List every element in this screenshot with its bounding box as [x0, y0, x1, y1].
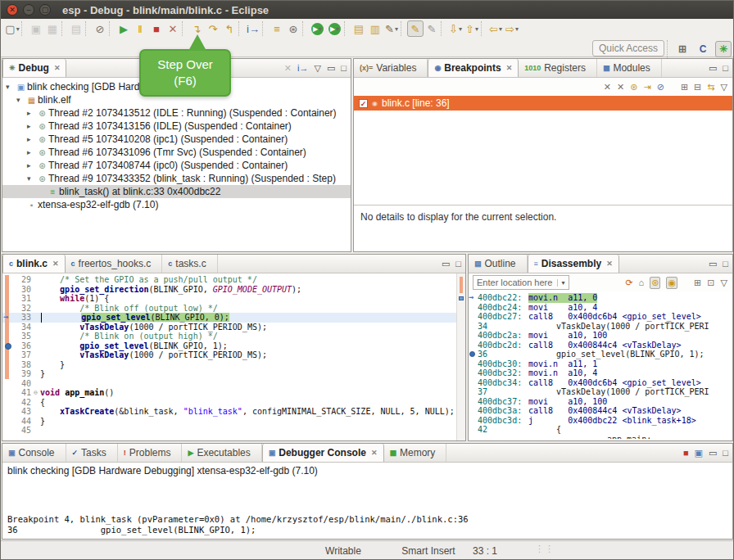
close-icon[interactable]: ✕	[506, 64, 513, 72]
minimize-button[interactable]: ▭	[709, 259, 717, 269]
maximize-button[interactable]: □	[341, 63, 347, 73]
close-icon[interactable]: ✕	[52, 260, 59, 268]
external-tools-button[interactable]: ▶	[328, 23, 341, 35]
maximize-button[interactable]: □	[723, 63, 728, 73]
code-line-row[interactable]: 35 /* Blink on (output high) */	[2, 332, 465, 341]
disassembly-gutter[interactable]	[469, 378, 478, 388]
debug-tree-row[interactable]: ≡ blink_task() at blink.c:33 0x400dbc22	[2, 185, 351, 198]
console-tab[interactable]: ▣ Debugger Console ✕	[262, 444, 384, 462]
breakpoint-row[interactable]: ✓ ◉ blink.c [line: 36]	[354, 96, 732, 111]
close-icon[interactable]: ✕	[371, 449, 378, 457]
code-line-row[interactable]: 32 /* Blink off (output low) */	[2, 304, 465, 314]
show-source-toggle[interactable]: ⊛	[650, 277, 660, 289]
remove-all-terminated-button[interactable]: ✕	[284, 63, 292, 74]
next-annotation-button[interactable]: ⇧	[464, 20, 480, 37]
editor-gutter[interactable]	[2, 417, 14, 427]
disassembly-gutter[interactable]	[469, 359, 478, 369]
console-tab[interactable]: ▣ Console	[2, 444, 66, 462]
new-wizard-button[interactable]: ▢	[4, 20, 20, 37]
breakpoints-view-menu-button[interactable]: ▽	[721, 82, 727, 93]
editor-gutter[interactable]	[2, 350, 14, 360]
code-text[interactable]: }	[40, 417, 465, 427]
overview-change-marker[interactable]	[460, 277, 463, 293]
refresh-button[interactable]: ⟳	[625, 278, 632, 288]
resume-button[interactable]: ▶	[116, 20, 132, 37]
last-edit-location-button[interactable]: ⇩	[447, 20, 464, 37]
code-text[interactable]: while(1) {	[40, 294, 465, 304]
debug-perspective-button[interactable]: ✳	[715, 41, 732, 57]
back-button[interactable]: ⇦	[487, 20, 504, 37]
disassembly-gutter[interactable]	[469, 368, 478, 378]
code-text[interactable]: {	[40, 398, 465, 408]
console-tab[interactable]: ▦ Memory	[384, 444, 447, 462]
code-text[interactable]: /* Blink on (output high) */	[40, 332, 465, 341]
editor-gutter[interactable]: →	[2, 313, 14, 323]
forward-button[interactable]: ⇨	[504, 20, 520, 37]
pin-view-button[interactable]: ⊡	[707, 278, 714, 288]
tree-expander-icon[interactable]: ▸	[27, 135, 36, 143]
debug-tree-row[interactable]: ▸ ⊛ Thread #2 1073413512 (IDLE : Running…	[2, 106, 351, 120]
code-line-row[interactable]: 45	[2, 426, 465, 436]
code-line-row[interactable]: 29 /* Set the GPIO as a push/pull output…	[2, 275, 465, 285]
disassembly-view-menu-button[interactable]: ▽	[721, 278, 727, 288]
tree-expander-icon[interactable]: ▸	[27, 161, 36, 169]
console-tab[interactable]: ▶ Executables	[182, 444, 261, 462]
disconnect-button[interactable]: ✕	[165, 20, 181, 37]
disassembly-gutter[interactable]	[469, 341, 478, 350]
editor-gutter[interactable]	[2, 379, 14, 389]
view-tab[interactable]: 1010 Registers	[519, 59, 597, 77]
disassembly-gutter[interactable]	[469, 397, 478, 407]
code-line-row[interactable]: → 33 gpio_set_level(BLINK_GPIO, 0);	[2, 313, 465, 323]
editor-gutter[interactable]	[2, 285, 14, 295]
code-text[interactable]: gpio_set_direction(BLINK_GPIO, GPIO_MODE…	[40, 285, 465, 295]
save-button[interactable]: ▣	[28, 20, 44, 37]
disassembly-gutter[interactable]	[469, 435, 478, 440]
code-line-row[interactable]: 42 {	[2, 398, 465, 408]
overview-breakpoint-marker[interactable]	[459, 296, 464, 300]
code-line-row[interactable]: 39 }	[2, 369, 465, 379]
disassembly-gutter[interactable]: →	[469, 293, 478, 303]
open-element-button[interactable]: ✎	[383, 20, 400, 37]
tree-expander-icon[interactable]: ▾	[6, 83, 15, 91]
editor-gutter[interactable]	[2, 275, 14, 285]
minimize-button[interactable]: ▭	[709, 63, 717, 74]
open-project-button[interactable]: ▤	[351, 20, 367, 37]
maximize-button[interactable]: □	[723, 259, 728, 269]
tree-expander-icon[interactable]: ▾	[27, 174, 36, 183]
editor-tab[interactable]: c freertos_hooks.c	[66, 255, 163, 273]
editor-tab[interactable]: c blink.c ✕	[2, 255, 66, 273]
editor-gutter[interactable]	[2, 294, 14, 304]
profile-button[interactable]: ⊛	[285, 20, 301, 37]
code-text[interactable]	[40, 426, 465, 436]
step-over-button[interactable]: ↷	[205, 20, 221, 37]
window-minimize-button[interactable]: –	[23, 4, 34, 16]
display-selected-console-button[interactable]: ▣	[695, 448, 703, 458]
close-icon[interactable]: ✕	[606, 260, 613, 268]
debug-tree-row[interactable]: ▸ ⊛ Thread #6 1073431096 (Tmr Svc) (Susp…	[2, 146, 351, 159]
go-to-file-button[interactable]: ⇥	[643, 82, 650, 93]
window-maximize-button[interactable]: ▢	[39, 4, 51, 16]
disassembly-gutter[interactable]	[469, 322, 478, 332]
terminate-console-button[interactable]: ■	[683, 448, 689, 458]
code-line-row[interactable]: 41 ⊖ void app_main()	[2, 388, 465, 398]
disassembly-gutter[interactable]	[469, 303, 478, 313]
tree-expander-icon[interactable]: ▸	[27, 109, 36, 117]
disassembly-listing[interactable]: → 400dbc22: movi.n a11, 0 400dbc24: movi…	[469, 291, 732, 439]
code-line-row[interactable]: 38 }	[2, 360, 465, 370]
breakpoint-icon[interactable]	[469, 351, 475, 357]
expand-all-button[interactable]: ⊞	[681, 82, 688, 93]
skip-all-breakpoints-button[interactable]: ⊘	[92, 20, 108, 37]
debug-view-menu-button[interactable]: ▽	[314, 63, 320, 74]
code-text[interactable]: void app_main()	[40, 388, 465, 398]
tree-expander-icon[interactable]: ▸	[27, 122, 36, 130]
window-close-button[interactable]: ✕	[7, 4, 18, 16]
debug-tree-row[interactable]: ▾ ⊛ Thread #9 1073433352 (blink_task : R…	[2, 172, 351, 185]
code-text[interactable]: /* Blink off (output low) */	[40, 304, 465, 314]
minimize-button[interactable]: ▭	[709, 448, 717, 458]
remove-all-breakpoints-button[interactable]: ✕	[617, 82, 624, 93]
instruction-stepping-button[interactable]: i→	[245, 20, 261, 37]
cpp-perspective-button[interactable]: C	[695, 41, 711, 57]
quick-access-button[interactable]: Quick Access	[592, 40, 664, 56]
overview-ruler[interactable]	[456, 273, 465, 440]
code-text[interactable]: gpio_set_level(BLINK_GPIO, 1);	[40, 341, 465, 351]
